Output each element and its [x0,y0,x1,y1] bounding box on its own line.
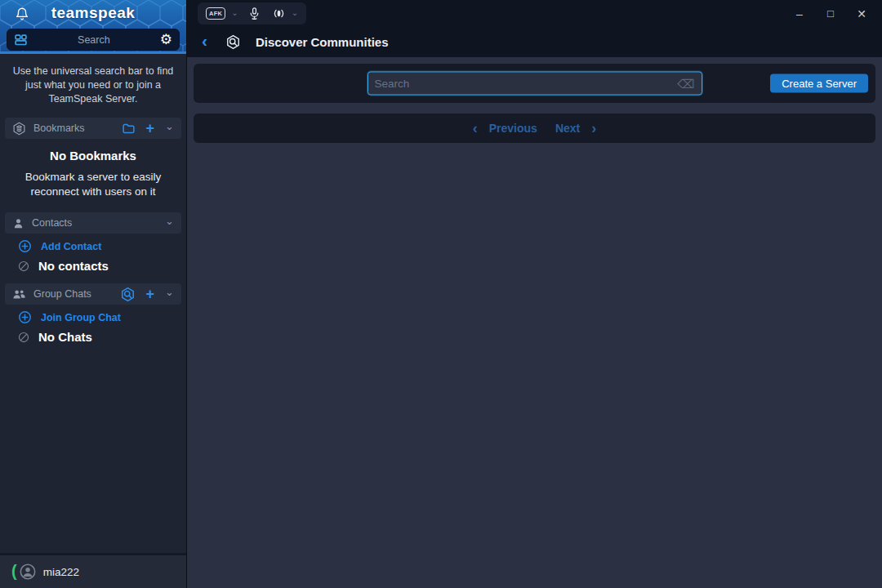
dashboard-icon[interactable] [14,33,28,47]
back-button[interactable]: ‹ [202,33,207,49]
microphone-icon[interactable] [247,7,261,20]
teamspeak-window: teamspeak ⚙ Use the universal search bar… [0,0,882,588]
avatar[interactable] [19,563,37,581]
next-page-link[interactable]: Next [555,122,580,135]
sidebar-search-bar[interactable]: ⚙ [7,29,180,51]
new-group-chat-icon[interactable]: + [146,288,155,300]
add-contact-row[interactable]: Add Contact [18,239,186,253]
discover-communities-icon [225,34,241,50]
create-server-button[interactable]: Create a Server [770,74,868,93]
speaker-icon[interactable] [272,7,286,20]
no-contacts-row: No contacts [18,259,186,273]
people-icon [12,287,26,301]
contacts-label: Contacts [32,217,158,229]
teamspeak-logo: teamspeak [51,4,136,22]
circled-plus-icon [18,310,32,324]
minimize-button[interactable]: – [793,7,806,20]
talk-indicator-icon: ( [11,562,17,581]
sidebar-header: teamspeak ⚙ [0,0,186,54]
no-bookmarks-title: No Bookmarks [0,149,186,163]
person-icon [12,217,24,229]
next-chevron-icon[interactable]: › [591,120,596,137]
user-panel[interactable]: ( mia222 [0,553,186,588]
sidebar-search-input[interactable] [28,34,160,46]
folder-icon[interactable] [122,122,136,136]
none-icon [18,261,29,272]
main-area: AFK ⌄ ⌄ [187,0,882,588]
join-group-chat-row[interactable]: Join Group Chat [18,310,186,324]
sidebar-logo-row: teamspeak [0,0,186,28]
bookmarks-label: Bookmarks [33,122,114,134]
no-chats-row: No Chats [18,330,186,344]
group-chats-label: Group Chats [33,288,113,300]
group-chats-section-header[interactable]: Group Chats + ⌄ [5,283,181,305]
no-chats-text: No Chats [38,330,92,344]
no-contacts-text: No contacts [38,259,109,273]
afk-chevron-down-icon[interactable]: ⌄ [231,8,238,17]
username: mia222 [43,566,79,578]
bookmarks-chevron-down-icon[interactable]: ⌄ [165,122,174,131]
community-search-field[interactable]: ⌫ [368,72,702,96]
clear-search-icon[interactable]: ⌫ [677,76,694,91]
community-search-input[interactable] [375,78,678,90]
contacts-chevron-down-icon[interactable]: ⌄ [165,217,174,225]
content-area: ⌫ Create a Server ‹ Previous Next › [187,57,882,588]
none-icon [18,332,29,343]
nav-bar: ‹ Discover Communities [187,27,882,57]
sidebar-help-text: Use the universal search bar to find jus… [11,65,175,106]
contacts-section-header[interactable]: Contacts ⌄ [5,212,181,234]
close-button[interactable]: ✕ [855,7,868,20]
pagination-bar: ‹ Previous Next › [194,114,875,143]
page-title: Discover Communities [256,35,389,49]
sidebar-body: Use the universal search bar to find jus… [0,54,186,553]
discover-group-chat-icon[interactable] [120,287,136,302]
afk-button[interactable]: AFK [206,7,225,20]
add-contact-link[interactable]: Add Contact [41,241,101,252]
bookmarks-section-header[interactable]: Bookmarks + ⌄ [5,118,181,139]
group-chats-chevron-down-icon[interactable]: ⌄ [165,288,174,296]
speaker-chevron-down-icon[interactable]: ⌄ [292,8,298,17]
previous-chevron-icon[interactable]: ‹ [473,120,478,137]
sidebar: teamspeak ⚙ Use the universal search bar… [0,0,187,588]
gear-icon[interactable]: ⚙ [160,31,172,48]
add-bookmark-icon[interactable]: + [146,122,155,134]
search-toolbar: ⌫ Create a Server [194,64,875,103]
previous-page-link[interactable]: Previous [489,122,537,135]
top-bar: AFK ⌄ ⌄ [187,0,882,27]
window-controls: – □ ✕ [793,7,882,20]
bell-icon[interactable] [15,7,29,21]
no-bookmarks-description: Bookmark a server to easily reconnect wi… [15,170,172,199]
maximize-button[interactable]: □ [824,7,837,20]
bookmarks-icon [12,122,26,136]
circled-plus-icon [18,239,32,253]
join-group-chat-link[interactable]: Join Group Chat [41,312,121,323]
audio-controls: AFK ⌄ ⌄ [198,2,306,24]
